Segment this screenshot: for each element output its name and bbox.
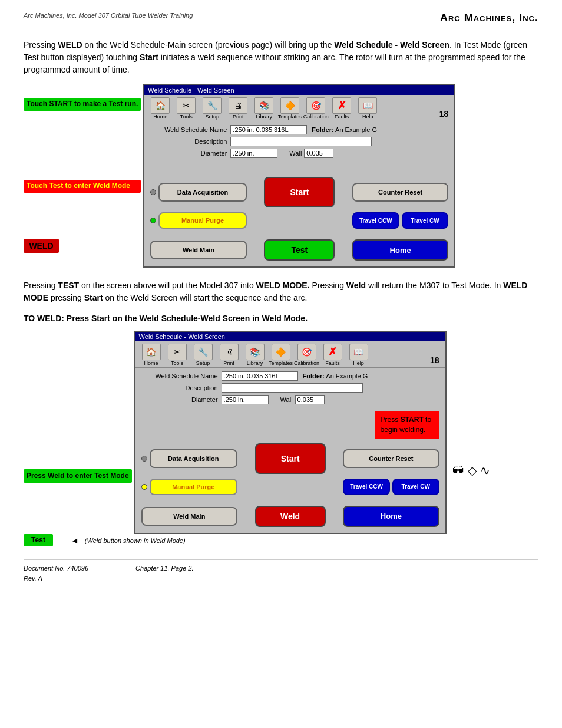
wall-input[interactable] bbox=[304, 149, 333, 158]
toolbar-help-label: Help bbox=[362, 114, 373, 120]
travel-ccw-button[interactable]: Travel CCW bbox=[352, 212, 399, 229]
home-button[interactable]: Home bbox=[352, 239, 448, 261]
folder-value: An Example G bbox=[335, 126, 377, 133]
screen1: Weld Schedule - Weld Screen 🏠 Home ✂ Too… bbox=[143, 84, 455, 268]
wall-label: Wall bbox=[289, 150, 302, 157]
data-acquisition-button[interactable]: Data Acquisition bbox=[158, 183, 246, 202]
toolbar-help[interactable]: 📖 Help bbox=[355, 97, 380, 120]
print-icon: 🖨 bbox=[229, 97, 247, 114]
toolbar2-setup[interactable]: 🔧 Setup bbox=[191, 344, 216, 366]
weld-schedule-name-label: Weld Schedule Name bbox=[150, 126, 227, 133]
s2-wall-input[interactable] bbox=[295, 395, 325, 404]
home2-icon: 🏠 bbox=[142, 344, 161, 360]
toolbar2-buttons: 🏠 Home ✂ Tools 🔧 Setup 🖨 Print 📚 L bbox=[139, 344, 371, 366]
travel-buttons: Travel CCW Travel CW bbox=[352, 212, 448, 229]
toolbar2-print[interactable]: 🖨 Print bbox=[217, 344, 242, 366]
counter-reset-wrapper: Counter Reset bbox=[352, 183, 448, 202]
test-btn-wrapper: Test bbox=[252, 239, 348, 261]
faults2-icon: ✗ bbox=[323, 344, 342, 360]
library-icon: 📚 bbox=[254, 97, 273, 114]
toolbar2-faults[interactable]: ✗ Faults bbox=[320, 344, 345, 366]
screen1-fields: Weld Schedule Name Folder: An Example G … bbox=[144, 121, 454, 163]
toolbar2-home-label: Home bbox=[144, 360, 158, 366]
toolbar-faults[interactable]: ✗ Faults bbox=[329, 97, 354, 120]
diamond-icon: ◇ bbox=[468, 463, 477, 477]
toolbar-faults-label: Faults bbox=[335, 114, 349, 120]
screen2-title: Weld Schedule - Weld Screen bbox=[135, 332, 445, 341]
description-row: Description bbox=[150, 137, 448, 146]
toolbar-templates[interactable]: 🔶 Templates bbox=[277, 97, 302, 120]
weld-main-wrapper: Weld Main bbox=[150, 241, 246, 259]
toolbar2-calibration[interactable]: 🎯 Calibration bbox=[295, 344, 319, 366]
screen1-left-annotations: Touch START to make a Test run. Touch Te… bbox=[24, 84, 143, 268]
s2-data-acquisition-button[interactable]: Data Acquisition bbox=[150, 449, 237, 468]
description-input[interactable] bbox=[230, 137, 372, 146]
footer-doc-num: Document No. 740096 bbox=[24, 564, 88, 574]
toolbar2-tools[interactable]: ✂ Tools bbox=[165, 344, 190, 366]
toolbar-home-label: Home bbox=[153, 114, 167, 120]
s2-weld-button[interactable]: Weld bbox=[255, 506, 326, 527]
toolbar2-help[interactable]: 📖 Help bbox=[346, 344, 371, 366]
s2-spacer3 bbox=[135, 529, 445, 533]
manual-purge-wrapper: Manual Purge bbox=[150, 212, 246, 229]
wave-icon: ∿ bbox=[480, 463, 490, 477]
toolbar-calibration[interactable]: 🎯 Calibration bbox=[303, 97, 328, 120]
s2-counter-reset-wrapper: Counter Reset bbox=[343, 449, 439, 468]
tools-icon: ✂ bbox=[177, 97, 196, 114]
data-acq-circle bbox=[150, 189, 156, 195]
annotation-touch-test: Touch Test to enter Weld Mode bbox=[24, 180, 141, 193]
weld-schedule-name-input[interactable] bbox=[230, 125, 307, 134]
s2-travel-ccw-button[interactable]: Travel CCW bbox=[343, 479, 390, 495]
spacer3 bbox=[144, 263, 454, 266]
toolbar2-library[interactable]: 📚 Library bbox=[243, 344, 267, 366]
s2-weld-schedule-name-input[interactable] bbox=[222, 371, 298, 381]
s2-diameter-row: Diameter Wall bbox=[141, 395, 439, 404]
paragraph-1: Pressing WELD on the Weld Schedule-Main … bbox=[24, 39, 538, 76]
s2-weld-main-button[interactable]: Weld Main bbox=[141, 507, 237, 526]
arrow-left-icon: ◄ bbox=[71, 536, 79, 545]
spacer2 bbox=[144, 231, 454, 237]
weld-main-button[interactable]: Weld Main bbox=[150, 241, 246, 259]
toolbar2-home[interactable]: 🏠 Home bbox=[139, 344, 164, 366]
weld-mode-icons: 🕶 ◇ ∿ bbox=[452, 463, 490, 477]
diameter-input[interactable] bbox=[230, 149, 277, 158]
s2-weld-schedule-name-row: Weld Schedule Name Folder: An Example G bbox=[141, 371, 439, 381]
s2-travel-buttons: Travel CCW Travel CW bbox=[343, 479, 439, 495]
toolbar-home[interactable]: 🏠 Home bbox=[148, 97, 173, 120]
toolbar2-calibration-label: Calibration bbox=[294, 360, 319, 366]
counter-reset-button[interactable]: Counter Reset bbox=[352, 183, 448, 202]
manual-purge-button[interactable]: Manual Purge bbox=[158, 212, 246, 229]
s2-weld-schedule-name-label: Weld Schedule Name bbox=[141, 373, 218, 380]
s2-manual-purge-circle bbox=[141, 484, 147, 490]
toolbar-tools[interactable]: ✂ Tools bbox=[174, 97, 199, 120]
s2-button-row-2: Manual Purge Travel CCW Travel CW bbox=[135, 476, 445, 498]
start-button[interactable]: Start bbox=[264, 177, 335, 207]
s2-travel-cw-button[interactable]: Travel CW bbox=[392, 479, 439, 495]
calibration2-icon: 🎯 bbox=[297, 344, 316, 360]
s2-diameter-input[interactable] bbox=[222, 395, 269, 404]
test-label-spacer: Test bbox=[24, 534, 71, 548]
setup2-icon: 🔧 bbox=[194, 344, 213, 360]
test-button[interactable]: Test bbox=[264, 239, 335, 261]
toolbar-templates-label: Templates bbox=[278, 114, 302, 120]
spacer1 bbox=[144, 163, 454, 174]
s2-manual-purge-button[interactable]: Manual Purge bbox=[150, 479, 237, 495]
home-btn-wrapper: Home bbox=[352, 239, 448, 261]
s2-weld-btn-wrapper: Weld bbox=[242, 506, 338, 527]
s2-weld-main-wrapper: Weld Main bbox=[141, 507, 237, 526]
toolbar-setup[interactable]: 🔧 Setup bbox=[200, 97, 224, 120]
press-start-bold: START bbox=[401, 416, 424, 424]
s2-description-input[interactable] bbox=[222, 383, 363, 393]
toolbar-print[interactable]: 🖨 Print bbox=[226, 97, 250, 120]
s2-description-row: Description bbox=[141, 383, 439, 393]
s2-description-label: Description bbox=[141, 384, 218, 391]
toolbar-buttons: 🏠 Home ✂ Tools 🔧 Setup 🖨 Print 📚 L bbox=[148, 97, 380, 120]
travel-cw-button[interactable]: Travel CW bbox=[402, 212, 449, 229]
toolbar2-templates[interactable]: 🔶 Templates bbox=[269, 344, 293, 366]
s2-folder-text: Folder: bbox=[303, 373, 325, 380]
s2-start-button[interactable]: Start bbox=[255, 443, 326, 474]
s2-counter-reset-button[interactable]: Counter Reset bbox=[343, 449, 439, 468]
header-left-text: Arc Machines, Inc. Model 307 Orbital Tub… bbox=[24, 12, 193, 19]
toolbar-library[interactable]: 📚 Library bbox=[252, 97, 276, 120]
s2-home-button[interactable]: Home bbox=[343, 506, 439, 527]
